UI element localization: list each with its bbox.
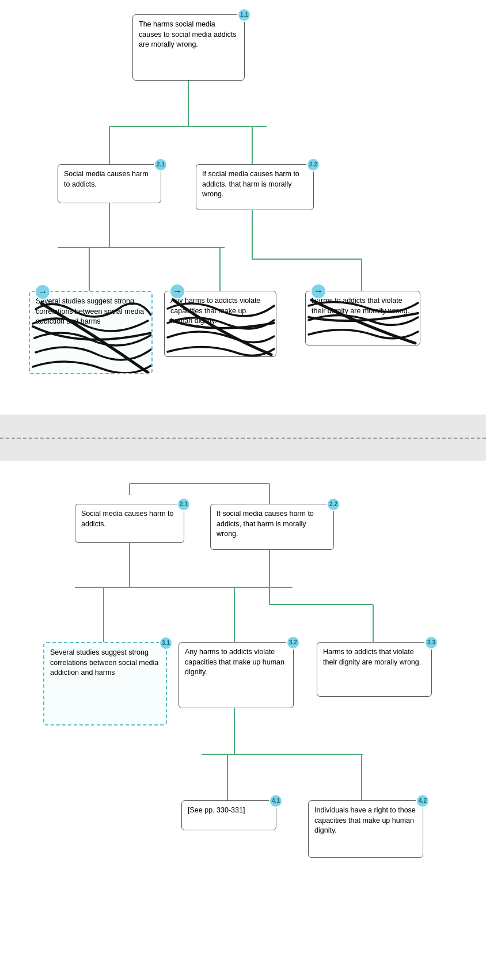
node-3-3-top: → Harms to addicts that violate their di… [305,291,420,345]
badge-2-2-bottom: 2.2 [326,497,340,511]
node-1-1: 1.1 The harms social media causes to soc… [132,14,245,81]
node-3-1-bottom: 3.1 Several studies suggest strong corre… [43,642,167,725]
node-3-2-top: → Any harms to addicts violate capacitie… [164,291,276,357]
badge-1-1: 1.1 [237,8,251,22]
node-3-1-top: → Several studies suggest strong correla… [29,291,153,374]
node-2-2-bottom: 2.2 If social media causes harm to addic… [210,504,334,550]
node-2-2-top: 2.2 If social media causes harm to addic… [196,164,314,210]
arrow-badge-3-2-top: → [169,283,185,299]
node-2-1-top: 2.1 Social media causes harm to addicts. [58,164,161,203]
badge-2-1-top: 2.1 [154,158,168,172]
badge-3-3-bottom: 3.3 [424,636,438,649]
node-4-2-bottom: 4.2 Individuals have a right to those ca… [308,800,423,858]
badge-2-2-top: 2.2 [306,158,320,172]
badge-3-1-bottom: 3.1 [159,636,173,650]
dashed-divider [0,438,486,439]
node-3-2-bottom: 3.2 Any harms to addicts violate capacit… [179,642,294,708]
badge-4-2-bottom: 4.2 [416,794,430,808]
node-3-3-bottom: 3.3 Harms to addicts that violate their … [317,642,432,697]
badge-3-2-bottom: 3.2 [286,636,300,649]
node-4-1-bottom: 4.1 [See pp. 330-331] [181,800,276,830]
divider-area [0,415,486,461]
badge-2-1-bottom: 2.1 [177,497,191,511]
badge-4-1-bottom: 4.1 [269,794,283,808]
node-2-1-bottom: 2.1 Social media causes harm to addicts. [75,504,184,543]
arrow-badge-3-1-top: → [35,284,51,300]
arrow-badge-3-3-top: → [310,283,326,299]
